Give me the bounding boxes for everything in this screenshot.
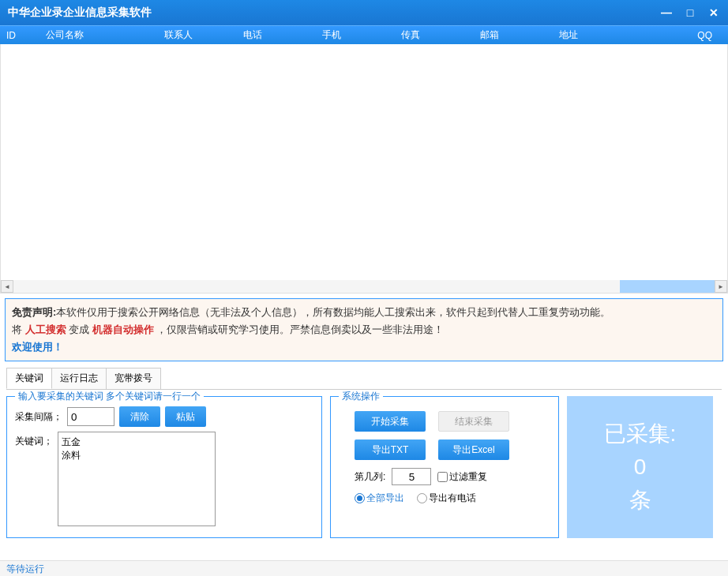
system-group: 系统操作 开始采集 结束采集 导出TXT 导出Excel 第几列: 过滤重复 全… [330, 396, 559, 538]
export-all-radio[interactable]: 全部导出 [355, 492, 404, 505]
system-group-title: 系统操作 [339, 390, 383, 403]
export-phone-radio[interactable]: 导出有电话 [417, 492, 476, 505]
col-company[interactable]: 公司名称 [39, 28, 158, 42]
interval-label: 采集间隔； [15, 410, 62, 424]
tabs: 关键词 运行日志 宽带拨号 [6, 368, 722, 389]
col-qq[interactable]: QQ [681, 30, 728, 41]
counter-unit: 条 [629, 484, 651, 517]
table-header: ID 公司名称 联系人 电话 手机 传真 邮箱 地址 QQ [0, 25, 728, 44]
col-id[interactable]: ID [0, 30, 39, 41]
status-bar: 等待运行 [0, 560, 728, 576]
col-contact[interactable]: 联系人 [158, 28, 237, 42]
window-controls: — □ ✕ [660, 6, 720, 19]
keywords-group-title: 输入要采集的关键词 多个关键词请一行一个 [15, 390, 204, 403]
column-input[interactable] [392, 468, 431, 485]
counter-panel: 已采集: 0 条 [567, 396, 713, 538]
scroll-track[interactable] [13, 280, 715, 293]
col-phone[interactable]: 电话 [237, 28, 316, 42]
horizontal-scrollbar[interactable]: ◄ ► [1, 280, 727, 293]
radio-checked-icon [355, 493, 365, 503]
titlebar[interactable]: 中华企业录企业信息采集软件 — □ ✕ [0, 0, 728, 25]
scroll-thumb[interactable] [620, 280, 715, 293]
col-mobile[interactable]: 手机 [316, 28, 395, 42]
minimize-icon[interactable]: — [660, 6, 673, 19]
close-icon[interactable]: ✕ [707, 6, 720, 19]
radio-unchecked-icon [417, 493, 427, 503]
col-fax[interactable]: 传真 [395, 28, 474, 42]
column-label: 第几列: [355, 470, 385, 484]
keywords-textarea[interactable]: 五金 涂料 [58, 432, 216, 526]
keywords-label: 关键词； [15, 432, 53, 526]
table-body: ◄ ► [0, 44, 728, 294]
paste-button[interactable]: 粘贴 [165, 406, 206, 427]
export-excel-button[interactable]: 导出Excel [438, 439, 509, 460]
clear-button[interactable]: 清除 [119, 406, 160, 427]
disclaimer-box: 免责声明:本软件仅用于搜索公开网络信息（无非法及个人信息），所有数据均能人工搜索… [5, 298, 723, 361]
maximize-icon[interactable]: □ [684, 6, 696, 19]
stop-collect-button[interactable]: 结束采集 [438, 411, 509, 432]
counter-label: 已采集: [604, 417, 677, 451]
tab-log[interactable]: 运行日志 [51, 368, 107, 389]
tab-dial[interactable]: 宽带拨号 [106, 368, 161, 389]
col-addr[interactable]: 地址 [553, 28, 681, 42]
start-collect-button[interactable]: 开始采集 [355, 411, 426, 432]
tab-keywords[interactable]: 关键词 [6, 368, 52, 389]
export-txt-button[interactable]: 导出TXT [355, 439, 426, 460]
scroll-right-icon[interactable]: ► [715, 280, 727, 293]
window-title: 中华企业录企业信息采集软件 [8, 6, 660, 20]
keywords-group: 输入要采集的关键词 多个关键词请一行一个 采集间隔； 清除 粘贴 关键词； 五金… [6, 396, 322, 538]
col-email[interactable]: 邮箱 [474, 28, 553, 42]
scroll-left-icon[interactable]: ◄ [1, 280, 13, 293]
interval-input[interactable] [67, 407, 114, 426]
filter-duplicate-checkbox[interactable]: 过滤重复 [437, 470, 487, 484]
disclaimer-welcome: 欢迎使用！ [12, 338, 716, 356]
counter-value: 0 [634, 451, 647, 484]
disclaimer-title: 免责声明: [12, 306, 56, 318]
